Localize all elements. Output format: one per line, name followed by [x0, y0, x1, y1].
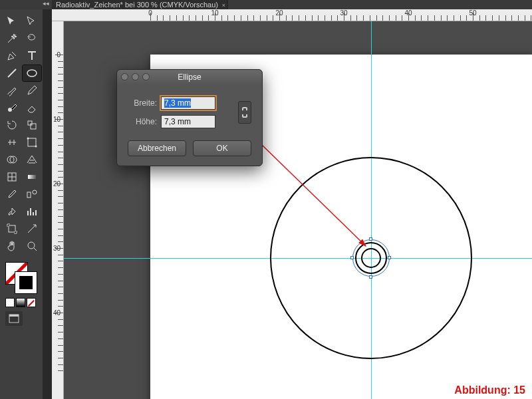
color-mode-solid[interactable]	[5, 298, 15, 307]
dialog-titlebar[interactable]: Ellipse	[117, 70, 262, 84]
lasso-tool-icon	[26, 33, 38, 45]
panel-collapse-chevrons-icon[interactable]: ◂◂	[0, 0, 52, 9]
inner-circle-shape[interactable]	[361, 248, 381, 268]
direct-selection-tool-icon	[26, 15, 38, 27]
blob-brush-tool[interactable]	[3, 100, 21, 116]
tool-panel	[0, 9, 43, 399]
scale-tool-icon	[26, 119, 38, 131]
selection-tool-icon	[6, 15, 18, 27]
free-transform-tool[interactable]	[23, 134, 41, 150]
svg-rect-12	[27, 192, 31, 198]
svg-rect-18	[9, 315, 19, 317]
svg-rect-4	[31, 124, 36, 129]
ruler-v-label: 30	[53, 245, 61, 252]
slice-tool-icon	[26, 223, 38, 235]
dialog-title: Ellipse	[178, 72, 201, 82]
close-icon[interactable]: ×	[222, 1, 225, 10]
selection-handle[interactable]	[388, 256, 391, 259]
stroke-swatch[interactable]	[15, 271, 37, 294]
shape-builder-tool-icon	[6, 154, 18, 166]
symbol-sprayer-tool-icon	[6, 205, 18, 217]
fill-stroke-swatch[interactable]	[3, 259, 40, 295]
eyedropper-tool[interactable]	[3, 186, 21, 202]
eraser-tool-icon	[26, 102, 38, 114]
vertical-ruler[interactable]: 010203040	[52, 21, 64, 399]
svg-point-7	[35, 146, 37, 148]
svg-point-13	[33, 190, 37, 194]
ok-button[interactable]: OK	[193, 140, 251, 156]
pen-tool[interactable]	[3, 48, 21, 64]
pen-tool-icon	[6, 50, 18, 62]
color-mode-row	[3, 298, 40, 307]
document-title: Radioaktiv_Zeichen* bei 300 % (CMYK/Vors…	[56, 1, 218, 9]
blend-tool[interactable]	[23, 186, 41, 202]
type-tool[interactable]	[23, 48, 41, 64]
scale-tool[interactable]	[23, 117, 41, 133]
svg-rect-11	[28, 175, 36, 179]
svg-rect-14	[9, 225, 15, 232]
rotate-tool-icon	[6, 119, 18, 131]
free-transform-tool-icon	[26, 136, 38, 148]
color-mode-none[interactable]	[27, 298, 36, 307]
horizontal-ruler[interactable]: 0102030405060	[52, 9, 532, 21]
blob-brush-tool-icon	[6, 102, 18, 114]
selection-handle[interactable]	[369, 275, 372, 279]
selection-tool[interactable]	[3, 13, 21, 29]
line-tool-icon	[6, 67, 18, 79]
cancel-button[interactable]: Abbrechen	[128, 140, 186, 156]
width-tool[interactable]	[3, 134, 21, 150]
magic-wand-tool[interactable]	[3, 31, 21, 47]
line-tool[interactable]	[3, 65, 21, 81]
hand-tool[interactable]	[3, 238, 21, 254]
paintbrush-tool[interactable]	[3, 82, 21, 98]
height-input[interactable]	[161, 115, 215, 128]
mesh-tool-icon	[6, 171, 18, 183]
document-tab[interactable]: Radioaktiv_Zeichen* bei 300 % (CMYK/Vors…	[52, 0, 228, 9]
pencil-tool[interactable]	[23, 82, 41, 98]
window-controls[interactable]	[121, 73, 150, 80]
column-graph-tool-icon	[26, 205, 38, 217]
ruler-v-label: 10	[53, 116, 61, 123]
gradient-tool[interactable]	[23, 169, 41, 185]
link-icon	[241, 106, 248, 118]
blend-tool-icon	[26, 188, 38, 200]
svg-rect-3	[28, 121, 32, 125]
slice-tool[interactable]	[23, 221, 41, 237]
symbol-sprayer-tool[interactable]	[3, 203, 21, 219]
perspective-grid-tool[interactable]	[23, 152, 41, 168]
ellipse-tool[interactable]	[23, 65, 41, 81]
width-tool-icon	[6, 136, 18, 148]
width-input[interactable]	[161, 96, 215, 110]
column-graph-tool[interactable]	[23, 203, 41, 219]
shape-builder-tool[interactable]	[3, 152, 21, 168]
zoom-tool-icon	[26, 240, 38, 252]
svg-point-1	[27, 70, 37, 76]
screen-mode-button[interactable]	[5, 311, 23, 326]
selection-handle[interactable]	[350, 256, 354, 259]
svg-point-15	[28, 242, 35, 249]
eraser-tool[interactable]	[23, 100, 41, 116]
artboard-tool-icon	[6, 223, 18, 235]
gradient-tool-icon	[26, 171, 38, 183]
svg-point-6	[27, 138, 29, 140]
ruler-h-label: 30	[340, 9, 347, 17]
ruler-v-label: 40	[53, 309, 61, 317]
eyedropper-tool-icon	[6, 188, 18, 200]
constrain-proportions-button[interactable]	[238, 101, 251, 124]
artboard-tool[interactable]	[3, 221, 21, 237]
ruler-h-label: 40	[404, 9, 412, 17]
mesh-tool[interactable]	[3, 169, 21, 185]
ruler-h-label: 10	[211, 9, 218, 17]
direct-selection-tool[interactable]	[23, 13, 41, 29]
width-label: Breite:	[126, 98, 157, 108]
perspective-grid-tool-icon	[26, 154, 38, 166]
lasso-tool[interactable]	[23, 31, 41, 47]
zoom-tool[interactable]	[23, 238, 41, 254]
ruler-h-label: 20	[275, 9, 283, 17]
rotate-tool[interactable]	[3, 117, 21, 133]
color-mode-gradient[interactable]	[16, 298, 25, 307]
hand-tool-icon	[6, 240, 18, 252]
type-tool-icon	[26, 50, 38, 62]
selection-handle[interactable]	[369, 237, 372, 241]
ellipse-tool-icon	[26, 67, 38, 79]
